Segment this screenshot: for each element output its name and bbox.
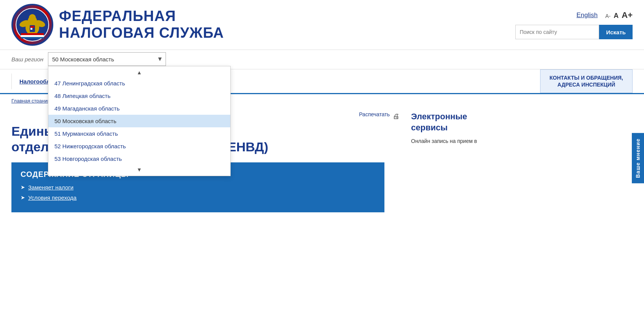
breadcrumb-home[interactable]: Главная страница [11, 98, 53, 104]
region-dropdown: ▲ 47 Ленинградская область 48 Липецкая о… [48, 66, 231, 176]
region-row: Ваш регион 50 Московская область ▼ ▲ 47 … [0, 50, 644, 69]
region-select-wrapper: 50 Московская область ▼ ▲ 47 Ленинградск… [48, 52, 166, 66]
contents-item-1: ➤ Заменяет налоги [21, 184, 375, 191]
search-button[interactable]: Искать [599, 25, 633, 39]
svg-rect-9 [30, 26, 34, 28]
print-link[interactable]: Распечатать [359, 111, 390, 117]
sidebar-title: Электронныесервисы [411, 111, 533, 133]
region-option-52[interactable]: 52 Нижегородская область [48, 140, 230, 152]
english-link[interactable]: English [576, 11, 598, 19]
region-option-50[interactable]: 50 Московская область [48, 115, 230, 127]
logo [11, 4, 53, 46]
chevron-right-icon-2: ➤ [21, 194, 25, 201]
org-title: ФЕДЕРАЛЬНАЯ НАЛОГОВАЯ СЛУЖБА [59, 8, 224, 41]
contents-link-1[interactable]: Заменяет налоги [28, 184, 73, 191]
header-right: English А- А А+ Искать [515, 10, 633, 39]
chevron-right-icon-1: ➤ [21, 184, 25, 190]
region-select[interactable]: 50 Московская область ▼ [48, 52, 166, 66]
svg-point-6 [29, 14, 36, 21]
dropdown-scroll-down[interactable]: ▼ [48, 165, 230, 174]
svg-rect-12 [21, 33, 44, 35]
header-top-right: English А- А А+ [576, 10, 633, 20]
region-option-47[interactable]: 47 Ленинградская область [48, 77, 230, 90]
contacts-button[interactable]: КОНТАКТЫ И ОБРАЩЕНИЯ, АДРЕСА ИНСПЕКЦИЙ [540, 69, 633, 93]
print-icon[interactable]: 🖨 [393, 112, 400, 120]
region-label: Ваш регион [11, 56, 43, 63]
logo-area: ФЕДЕРАЛЬНАЯ НАЛОГОВАЯ СЛУЖБА [11, 4, 224, 46]
font-increase-btn[interactable]: А+ [622, 10, 633, 20]
feedback-tab[interactable]: Ваше мнение [632, 133, 644, 183]
dropdown-scroll-up[interactable]: ▲ [48, 68, 230, 77]
chevron-down-icon: ▼ [157, 56, 163, 63]
font-normal-btn[interactable]: А [614, 12, 618, 20]
region-option-51[interactable]: 51 Мурманская область [48, 127, 230, 140]
region-option-48[interactable]: 48 Липецкая область [48, 90, 230, 102]
font-size-controls: А- А А+ [605, 10, 633, 20]
content-right: Электронныесервисы Онлайн запись на прие… [411, 111, 533, 220]
region-option-53[interactable]: 53 Новгородская область [48, 152, 230, 165]
header: ФЕДЕРАЛЬНАЯ НАЛОГОВАЯ СЛУЖБА English А- … [0, 0, 644, 50]
contents-item-2: ➤ Условия перехода [21, 194, 375, 201]
search-input[interactable] [515, 25, 599, 39]
sidebar-text: Онлайн запись на прием в [411, 137, 533, 145]
svg-rect-11 [21, 37, 44, 38]
region-selected-value: 50 Московская область [52, 56, 114, 63]
search-area: Искать [515, 25, 633, 39]
svg-rect-10 [21, 35, 44, 37]
font-decrease-btn[interactable]: А- [605, 13, 611, 19]
region-option-49[interactable]: 49 Магаданская область [48, 102, 230, 115]
contents-link-2[interactable]: Условия перехода [28, 194, 77, 201]
